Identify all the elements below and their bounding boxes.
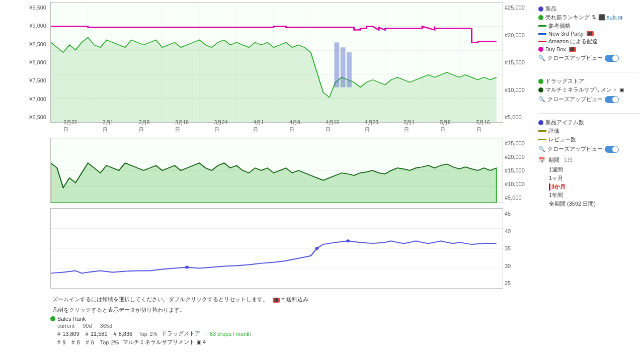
legend-hint: 凡例をクリックすると表示データが切り替わります。 — [50, 304, 533, 314]
search-icon-2: 🔍 — [538, 96, 545, 103]
svg-point-34 — [346, 239, 350, 242]
rank-symbol-1: # — [57, 331, 60, 337]
category-2: マルチミネラルサプリメント — [123, 338, 195, 346]
rank-symbol-2: # — [86, 331, 89, 337]
main-container: ¥9,500 ¥9,000 ¥8,500 ¥8,000 ¥7,500 ¥7,00… — [0, 0, 644, 362]
x-axis-1: 2月22日 3月1日 3月8日 3月16日 3月24日 4月1日 4月8日 4月… — [51, 119, 503, 133]
chart1-svg — [51, 3, 503, 122]
x-label: 4月8日 — [289, 119, 300, 133]
legend-item-3rdparty: New 3rd Party ⬛ — [538, 31, 639, 37]
period-3month[interactable]: 3か月 — [547, 183, 639, 191]
y-axis-right-1: #25,000 #20,000 #15,000 #10,000 #5,000 — [503, 3, 530, 122]
drops-1: 63 drops / month — [210, 331, 252, 337]
calendar-icon: 📅 — [538, 157, 545, 163]
x-label: 3月24日 — [214, 119, 228, 133]
rank-val-2b: 8 — [76, 339, 79, 345]
legend-item-rating: 評価 — [538, 127, 639, 135]
drugstore-dot — [538, 79, 543, 84]
legend-item-drugstore: ドラッグストア — [538, 77, 639, 85]
closeup-row-3: 🔍 クローズアップビュー — [538, 145, 639, 153]
period-1day[interactable]: 1日 — [562, 156, 574, 164]
x-label: 4月23日 — [365, 119, 378, 133]
y-axis-left-3 — [3, 209, 48, 288]
active-indicator — [549, 184, 550, 191]
x-label: 5月8日 — [440, 119, 451, 133]
arrow-1: → — [202, 331, 208, 337]
svg-rect-20 — [347, 52, 352, 87]
legend-item-newitem: 新品アイテム数 — [538, 119, 639, 126]
legend-section-2: ドラッグストア マルチミネラルサプリメント ▣ 🔍 クローズアップビュー — [538, 76, 639, 105]
legend-item-rank: 売れ筋ランキング ⇅ ⬛ sub-ra — [538, 14, 639, 21]
amazon-label: Amazon による配達 — [548, 38, 598, 45]
rank-val-1c: 8,836 — [119, 331, 133, 337]
svg-point-33 — [315, 247, 318, 250]
reviews-label: レビュー数 — [548, 136, 576, 143]
period-all[interactable]: 全期間 (3592 日間) — [547, 200, 639, 208]
svg-point-32 — [185, 266, 189, 269]
3rdparty-line — [538, 33, 546, 35]
rank-label: 売れ筋ランキング — [545, 14, 590, 21]
search-icon-3: 🔍 — [538, 146, 545, 152]
legend-item-multimin: マルチミネラルサプリメント ▣ — [538, 86, 639, 94]
closeup-row-1: 🔍 クローズアップビュー — [538, 54, 639, 62]
sales-rank-label: Sales Rank — [57, 316, 86, 322]
rank-symbol-3: # — [114, 331, 117, 337]
new-label: 新品 — [545, 5, 556, 13]
closeup-toggle-2[interactable] — [605, 96, 619, 103]
legend-item-ref: 参考価格 — [538, 22, 639, 30]
icon-2: ▣ 4 — [197, 339, 205, 345]
rank-row-2: # 9 # 8 # 6 Top 2% マルチミネラルサプリメント ▣ 4 — [57, 338, 533, 346]
svg-marker-26 — [51, 163, 497, 203]
divider-1 — [538, 72, 639, 72]
x-label: 3月1日 — [103, 119, 113, 133]
top-label-2: Top — [100, 339, 109, 345]
rating-line — [538, 130, 546, 132]
rank-symbol-4: # — [57, 339, 60, 345]
shipping-icon: ⬛ — [273, 298, 280, 303]
x-label: 5月1日 — [404, 119, 415, 133]
x-label: 2月22日 — [63, 119, 77, 133]
sort-icon[interactable]: ⇅ — [592, 14, 596, 21]
legend-item-new: 新品 — [538, 5, 639, 13]
col-365d: 365d — [100, 323, 112, 329]
period-1month[interactable]: 1ヶ月 — [547, 174, 639, 183]
svg-marker-17 — [51, 37, 497, 122]
chart3-svg — [51, 209, 503, 288]
y-axis-right-3: 45 40 35 30 25 — [503, 209, 530, 288]
closeup-row-2: 🔍 クローズアップビュー — [538, 96, 639, 103]
x-label: 3月16日 — [175, 119, 189, 133]
y-axis-left-1: ¥9,500 ¥9,000 ¥8,500 ¥8,000 ¥7,500 ¥7,00… — [3, 3, 48, 122]
shipping-label: = 送料込み — [281, 296, 308, 302]
3rdparty-shipping-icon: ⬛ — [587, 31, 594, 36]
top-label-1: Top — [138, 331, 147, 337]
buybox-shipping-icon: ⬛ — [569, 47, 576, 52]
ref-line — [538, 25, 546, 27]
rank-val-1a: 13,809 — [62, 331, 79, 337]
x-label: 5月16日 — [476, 119, 490, 133]
period-selector: 📅 期間 1日 1週間 1ヶ月 3か月 1年間 全期間 (3592 日間) — [538, 156, 639, 208]
period-1week[interactable]: 1週間 — [547, 165, 639, 174]
period-1year[interactable]: 1年間 — [547, 191, 639, 200]
ref-label: 参考価格 — [548, 22, 571, 30]
rating-label: 評価 — [548, 127, 559, 135]
rank-symbol-5: # — [71, 339, 74, 345]
rank-val-1b: 11,581 — [91, 331, 108, 337]
closeup-toggle-1[interactable] — [605, 55, 619, 62]
closeup-label-1: クローズアップビュー — [547, 54, 603, 62]
closeup-label-2: クローズアップビュー — [547, 96, 603, 103]
rank-row-1: # 13,809 # 11,581 # 8,836 Top 1% ドラッグストア… — [57, 330, 533, 337]
svg-rect-19 — [341, 47, 346, 87]
divider-2 — [538, 113, 639, 114]
top-pct-1: 1% — [149, 331, 157, 337]
chart2-svg — [51, 138, 503, 203]
y-axis-right-2: #25,000 #20,000 #15,000 #10,000 #5,000 — [503, 138, 530, 203]
3rdparty-label: New 3rd Party — [548, 31, 584, 37]
x-label: 4月1日 — [253, 119, 264, 133]
closeup-toggle-3[interactable] — [605, 146, 619, 153]
rank-val-2c: 6 — [91, 339, 94, 345]
legend-item-reviews: レビュー数 — [538, 136, 639, 143]
search-icon-1: 🔍 — [538, 55, 545, 61]
period-row-calendar: 📅 期間 1日 — [538, 156, 639, 164]
multimin-label: マルチミネラルサプリメント — [545, 86, 617, 94]
sub-ra[interactable]: ⬛ sub-ra — [598, 14, 622, 21]
